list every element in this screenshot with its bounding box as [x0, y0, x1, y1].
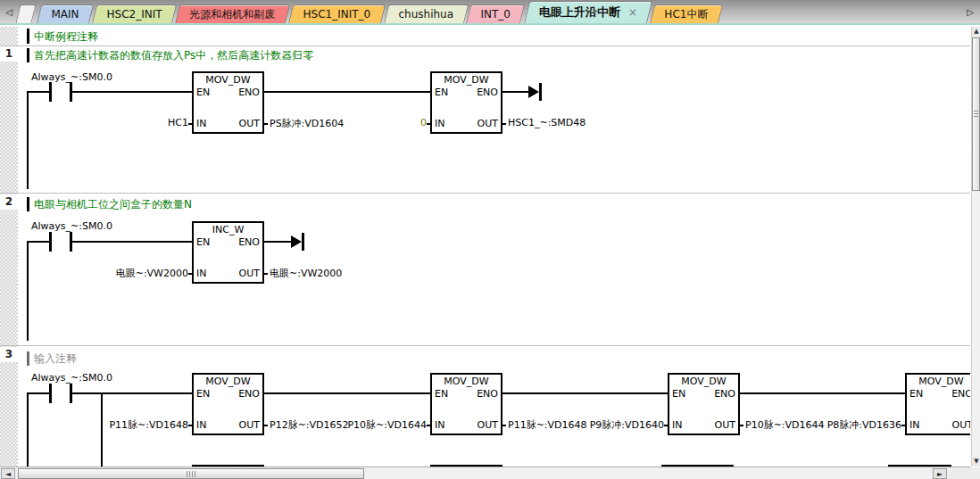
out-operand[interactable]: HSC1_~:SMD48	[508, 117, 586, 128]
pin-out: OUT	[239, 419, 260, 431]
pin-in: IN	[196, 118, 206, 129]
tab-light-camera-reject[interactable]: 光源和相机和剔废	[175, 4, 290, 23]
network-number[interactable]: 2	[0, 194, 18, 210]
pin-eno: ENO	[477, 388, 498, 400]
in-operand[interactable]: P10脉~:VD1644	[347, 418, 427, 432]
in-operand[interactable]: 电眼~:VW2000	[116, 267, 188, 280]
network-number[interactable]: 3	[0, 347, 18, 362]
instruction-block-mov-dw[interactable]: MOV_DW EN ENO IN OUT	[905, 373, 970, 435]
pin-eno: ENO	[238, 388, 260, 400]
wire	[72, 91, 192, 93]
rung-terminator-arrow-icon	[291, 235, 302, 248]
block-title: MOV_DW	[432, 74, 501, 86]
pin-out: OUT	[478, 118, 498, 129]
pin-in: IN	[196, 419, 206, 431]
pin-stub	[188, 123, 192, 125]
block-title: INC_W	[194, 224, 262, 235]
pin-eno: ENO	[238, 87, 260, 98]
pin-stub	[264, 273, 268, 275]
pin-en: EN	[196, 388, 210, 400]
tab-label: HSC1_INIT_0	[303, 8, 371, 21]
instruction-block-mov-dw[interactable]: MOV_DW EN ENO IN OUT	[192, 71, 264, 134]
thumb-grip-icon	[974, 111, 978, 118]
contact-left-bar[interactable]	[49, 82, 52, 102]
ladder-canvas: 中断例程注释 1 首先把高速计数器的数值存放入Ps中，然后高速计数器归零 Alw…	[0, 27, 970, 467]
instruction-block-mov-dw[interactable]: MOV_DW EN ENO IN OUT	[668, 373, 740, 435]
tab-hsc2-init[interactable]: HSC2_INIT	[92, 4, 177, 23]
pin-stub	[664, 425, 668, 426]
horizontal-scrollbar[interactable]: ◄ ►	[0, 467, 970, 479]
contact-operand-label[interactable]: Always_~:SM0.0	[31, 372, 112, 384]
pin-stub	[188, 273, 192, 275]
routine-header-comment[interactable]: 中断例程注释	[34, 29, 98, 45]
pin-stub	[264, 425, 268, 426]
rung-terminator-arrow-icon	[528, 86, 539, 98]
tab-dianyan-rising-interrupt-active[interactable]: 电眼上升沿中断 ×	[524, 1, 652, 23]
scroll-left-arrow-icon[interactable]: ◄	[1, 468, 15, 479]
tab-chushihua[interactable]: chushihua	[384, 4, 469, 23]
pin-stub	[502, 123, 506, 125]
tab-label: HC1中断	[664, 7, 708, 22]
in-operand[interactable]: 0	[420, 117, 427, 128]
tab-scroll-left-button[interactable]: ◁	[3, 5, 15, 20]
tab-scroll-right-button[interactable]: ▷	[964, 5, 976, 20]
network-comment-placeholder[interactable]: 输入注释	[34, 351, 77, 367]
plc-editor-window: ◁ MAIN HSC2_INIT 光源和相机和剔废 HSC1_INIT_0 ch…	[0, 0, 980, 479]
network-comment[interactable]: 首先把高速计数器的数值存放入Ps中，然后高速计数器归零	[34, 48, 313, 63]
scroll-right-arrow-icon[interactable]: ►	[933, 468, 947, 479]
scroll-up-arrow-icon[interactable]: ▲	[972, 27, 980, 37]
wire	[264, 91, 430, 93]
comment-bar	[27, 351, 29, 366]
pin-in: IN	[196, 268, 206, 279]
contact-left-bar[interactable]	[49, 384, 52, 403]
in-operand[interactable]: P9脉冲:VD1640	[590, 418, 664, 432]
in-operand[interactable]: P11脉~:VD1648	[109, 418, 188, 432]
vertical-scrollbar-thumb[interactable]	[972, 37, 980, 191]
horizontal-scrollbar-thumb[interactable]	[18, 468, 364, 479]
contact-left-bar[interactable]	[49, 232, 52, 252]
comment-bar	[27, 197, 29, 211]
pin-out: OUT	[239, 118, 260, 129]
network-separator	[0, 193, 970, 194]
instruction-block-mov-dw[interactable]: MOV_DW EN ENO IN OUT	[192, 373, 264, 435]
network-comment[interactable]: 电眼与相机工位之间盒子的数量N	[34, 197, 192, 212]
out-operand[interactable]: P10脉~:VD1644	[745, 418, 825, 432]
block-title: MOV_DW	[194, 376, 262, 387]
out-operand[interactable]: P11脉~:VD1648	[508, 418, 587, 432]
in-operand[interactable]: HC1	[168, 117, 188, 128]
pin-eno: ENO	[477, 87, 498, 98]
tab-main[interactable]: MAIN	[37, 4, 94, 23]
tab-hsc1-init-0[interactable]: HSC1_INIT_0	[288, 4, 386, 23]
pin-eno: ENO	[714, 388, 735, 400]
pin-out: OUT	[478, 419, 498, 431]
out-operand[interactable]: PS脉冲:VD1604	[270, 117, 344, 130]
wire	[27, 392, 49, 394]
out-operand[interactable]: P12脉~:VD1652	[270, 418, 349, 432]
in-operand[interactable]: P8脉冲:VD1636	[827, 418, 901, 432]
tab-hc1-interrupt[interactable]: HC1中断	[650, 4, 723, 23]
pin-eno: ENO	[238, 236, 260, 248]
pin-en: EN	[196, 236, 210, 248]
instruction-block-mov-dw[interactable]: MOV_DW EN ENO IN OUT	[430, 71, 502, 134]
network-gutter	[0, 27, 18, 467]
pin-stub	[901, 425, 905, 426]
pin-en: EN	[435, 388, 448, 400]
tab-close-icon[interactable]: ×	[628, 6, 637, 19]
scroll-down-arrow-icon[interactable]: ▼	[972, 457, 980, 467]
tab-label: chushihua	[398, 8, 453, 21]
instruction-block-inc-w[interactable]: INC_W EN ENO IN OUT	[192, 221, 264, 284]
vertical-scrollbar[interactable]: ▲ ▼	[971, 27, 980, 467]
pin-en: EN	[672, 388, 685, 400]
left-rail	[27, 392, 29, 467]
thumb-grip-icon	[187, 471, 195, 477]
network-number[interactable]: 1	[0, 46, 18, 62]
out-operand[interactable]: 电眼~:VW2000	[270, 267, 342, 280]
tab-int-0[interactable]: INT_0	[466, 4, 526, 23]
pin-in: IN	[435, 419, 444, 431]
instruction-block-mov-dw[interactable]: MOV_DW EN ENO IN OUT	[430, 373, 502, 435]
pin-stub	[264, 123, 268, 125]
wire	[740, 392, 905, 394]
pin-in: IN	[909, 419, 919, 431]
tab-label: INT_0	[481, 8, 511, 21]
contact-operand-label[interactable]: Always_~:SM0.0	[31, 220, 112, 232]
